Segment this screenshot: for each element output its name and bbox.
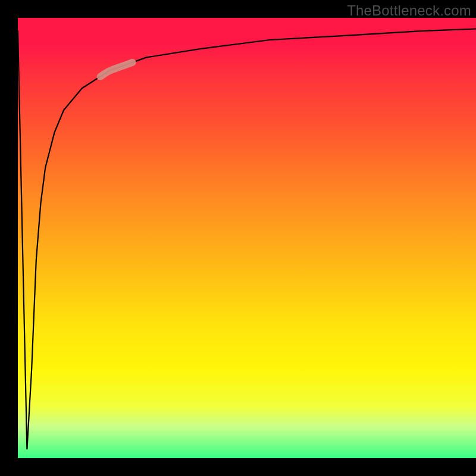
bottleneck-curve — [18, 29, 476, 450]
plot-area — [18, 18, 476, 458]
watermark-text: TheBottleneck.com — [347, 2, 471, 19]
curve-svg — [18, 18, 476, 458]
curve-highlight-marker — [101, 62, 133, 77]
stage: TheBottleneck.com — [0, 0, 476, 476]
